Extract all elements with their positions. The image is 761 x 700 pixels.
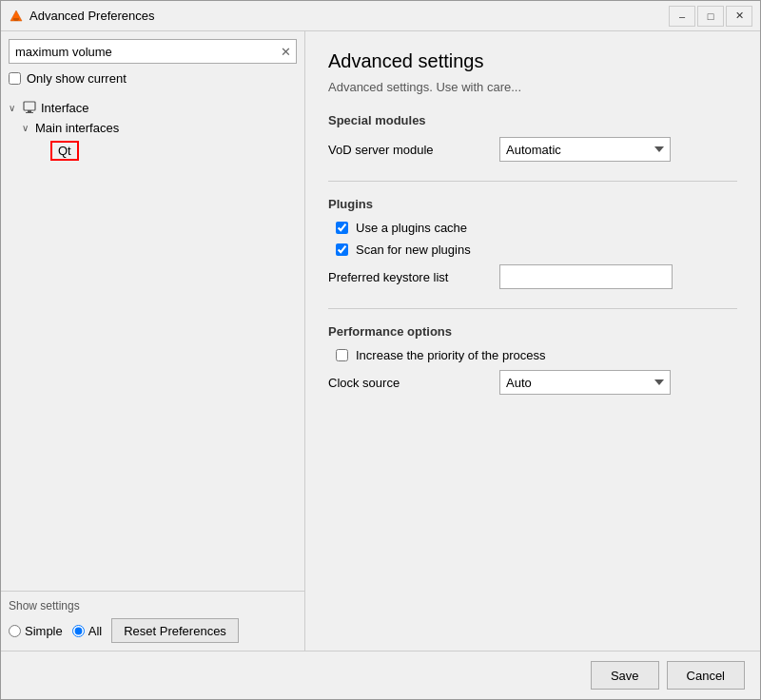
only-show-current-row: Only show current bbox=[1, 71, 304, 93]
keystore-label: Preferred keystore list bbox=[328, 270, 499, 284]
main-content: ✕ Only show current ∨ bbox=[1, 31, 760, 651]
keystore-row: Preferred keystore list bbox=[328, 264, 737, 289]
vod-server-label: VoD server module bbox=[328, 143, 499, 157]
right-subtitle: Advanced settings. Use with care... bbox=[328, 80, 737, 94]
search-bar: ✕ bbox=[9, 39, 297, 64]
window-title: Advanced Preferences bbox=[29, 9, 669, 23]
section-special-modules: Special modules VoD server module Automa… bbox=[328, 113, 737, 162]
clock-source-label: Clock source bbox=[328, 376, 499, 390]
divider-1 bbox=[328, 181, 737, 182]
only-show-current-label: Only show current bbox=[27, 71, 127, 86]
bottom-bar: Show settings Simple All Reset Preferenc… bbox=[1, 591, 304, 651]
title-bar: Advanced Preferences – □ ✕ bbox=[1, 1, 760, 31]
reset-preferences-button[interactable]: Reset Preferences bbox=[111, 618, 239, 643]
plugins-cache-checkbox[interactable] bbox=[336, 222, 348, 234]
all-radio-label[interactable]: All bbox=[72, 624, 102, 638]
svg-rect-4 bbox=[28, 110, 31, 112]
clock-source-select[interactable]: Auto System bbox=[499, 370, 671, 395]
priority-row: Increase the priority of the process bbox=[328, 348, 737, 362]
save-button[interactable]: Save bbox=[591, 661, 659, 690]
divider-2 bbox=[328, 308, 737, 309]
all-radio-text: All bbox=[88, 624, 102, 638]
svg-rect-1 bbox=[13, 18, 19, 20]
svg-rect-5 bbox=[26, 112, 33, 113]
section-plugins: Plugins Use a plugins cache Scan for new… bbox=[328, 197, 737, 289]
tree-item-interface[interactable]: ∨ Interface bbox=[1, 97, 304, 118]
svg-rect-2 bbox=[14, 20, 18, 21]
only-show-current-checkbox[interactable] bbox=[9, 72, 21, 85]
tree-label-main-interfaces: Main interfaces bbox=[35, 121, 119, 135]
section-title-special-modules: Special modules bbox=[328, 113, 737, 127]
plugins-cache-label: Use a plugins cache bbox=[356, 221, 467, 235]
tree-item-main-interfaces[interactable]: ∨ Main interfaces bbox=[1, 118, 304, 138]
vod-server-select[interactable]: Automatic None bbox=[499, 137, 671, 162]
show-settings-controls: Simple All Reset Preferences bbox=[9, 618, 297, 643]
section-title-performance: Performance options bbox=[328, 324, 737, 339]
window-controls: – □ ✕ bbox=[669, 6, 752, 27]
left-panel: ✕ Only show current ∨ bbox=[1, 31, 305, 651]
tree-label-interface: Interface bbox=[41, 101, 89, 115]
maximize-button[interactable]: □ bbox=[697, 6, 724, 27]
tree-item-qt[interactable]: Qt bbox=[1, 138, 304, 164]
search-clear-button[interactable]: ✕ bbox=[279, 45, 293, 59]
simple-radio-label[interactable]: Simple bbox=[9, 624, 63, 638]
keystore-input[interactable] bbox=[499, 264, 673, 289]
priority-label: Increase the priority of the process bbox=[356, 348, 545, 362]
vlc-icon bbox=[9, 9, 24, 24]
scan-plugins-row: Scan for new plugins bbox=[328, 243, 737, 257]
svg-rect-3 bbox=[24, 102, 35, 110]
tree-arrow-qt bbox=[37, 146, 50, 156]
interface-icon bbox=[22, 100, 37, 115]
search-input[interactable] bbox=[9, 39, 297, 64]
simple-radio[interactable] bbox=[9, 625, 21, 637]
scan-plugins-checkbox[interactable] bbox=[336, 243, 348, 256]
section-performance: Performance options Increase the priorit… bbox=[328, 324, 737, 395]
tree-arrow-main-interfaces: ∨ bbox=[22, 123, 35, 133]
action-bar: Save Cancel bbox=[1, 651, 760, 699]
show-settings-label: Show settings bbox=[9, 599, 297, 612]
right-panel: Advanced settings Advanced settings. Use… bbox=[305, 31, 760, 651]
section-title-plugins: Plugins bbox=[328, 197, 737, 211]
main-window: Advanced Preferences – □ ✕ ✕ Only show c… bbox=[0, 0, 761, 700]
plugins-cache-row: Use a plugins cache bbox=[328, 221, 737, 235]
priority-checkbox[interactable] bbox=[336, 349, 348, 361]
minimize-button[interactable]: – bbox=[669, 6, 695, 27]
scan-plugins-label: Scan for new plugins bbox=[356, 243, 471, 257]
tree-panel: ∨ Interface ∨ Main interfaces bbox=[1, 93, 304, 591]
clock-source-row: Clock source Auto System bbox=[328, 370, 737, 395]
close-button[interactable]: ✕ bbox=[726, 6, 752, 27]
tree-label-qt: Qt bbox=[50, 141, 79, 161]
tree-arrow-interface: ∨ bbox=[9, 103, 22, 113]
simple-radio-text: Simple bbox=[25, 624, 63, 638]
right-title: Advanced settings bbox=[328, 50, 737, 72]
vod-server-row: VoD server module Automatic None bbox=[328, 137, 737, 162]
cancel-button[interactable]: Cancel bbox=[667, 661, 745, 690]
all-radio[interactable] bbox=[72, 625, 85, 637]
